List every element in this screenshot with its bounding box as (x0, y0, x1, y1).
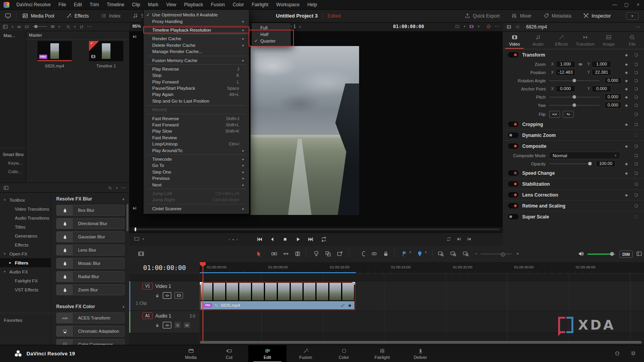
flip-horizontal-button[interactable]: ▸|◂ (549, 111, 560, 118)
timeline-video-clip[interactable]: PRX 6826.mp4 ◆ (200, 282, 355, 310)
menu-item[interactable]: ✓ Jump Left Ctrl+Alt+Left ▸ (144, 190, 249, 197)
keyframe-diamond-icon[interactable]: ◆ (621, 122, 632, 126)
more-options-icon[interactable]: ⋯ (635, 24, 640, 30)
link-xy-icon[interactable] (575, 62, 585, 67)
keyframe-diamond-icon[interactable]: ◆ (621, 144, 632, 148)
inspector-section[interactable]: Stabilization ◆ (503, 178, 644, 189)
mute-button[interactable]: M (184, 322, 190, 328)
opacity-field[interactable]: 100.00 (596, 160, 616, 167)
reset-icon[interactable] (632, 153, 641, 158)
keyframe-diamond-icon[interactable]: ◆ (621, 103, 632, 107)
menubar-item[interactable]: Trim (86, 2, 103, 7)
trim-edit-tool[interactable] (271, 250, 278, 257)
reset-icon[interactable] (632, 122, 641, 127)
reset-icon[interactable] (632, 86, 641, 92)
menu-item[interactable]: ✓ Timecode ▸ (144, 156, 249, 162)
menubar-item[interactable]: View (162, 2, 180, 7)
link-bins-icon[interactable] (17, 24, 21, 29)
smart-bin-item[interactable]: Colle... (0, 165, 26, 174)
marker-button[interactable] (416, 250, 423, 257)
panel-toggle-button[interactable]: Index (95, 9, 126, 22)
clip-label-bar[interactable]: PRX 6826.mp4 ◆ (201, 301, 354, 309)
step-back-button[interactable] (269, 236, 275, 242)
reset-icon[interactable] (632, 203, 641, 209)
menubar-item[interactable]: Fusion (207, 2, 229, 7)
sort-icon[interactable] (79, 24, 84, 29)
video-track-name[interactable]: Video 1 (155, 284, 171, 289)
audio-track-name[interactable]: Audio 1 (155, 313, 171, 319)
menu-item[interactable]: ✓ Timeline Playback Resolution ▸ (144, 27, 249, 33)
reset-icon[interactable] (632, 144, 641, 149)
more-options-icon[interactable]: ⋯ (87, 24, 92, 29)
chevron-down-icon[interactable]: ∨ (425, 250, 427, 254)
bin-list-icon[interactable] (2, 23, 8, 29)
pitch-field[interactable]: 0.000 (605, 94, 621, 100)
effects-tree-item[interactable]: Video Transitions (0, 204, 51, 213)
fx-item[interactable]: Directional Blur (56, 218, 125, 229)
dual-monitor-icon[interactable] (0, 12, 16, 19)
media-clip-tile[interactable]: Timeline 1 (89, 41, 123, 68)
timeline-horizontal-scrollbar[interactable] (200, 341, 642, 344)
list-view-icon[interactable] (515, 24, 520, 30)
section-toggle[interactable] (508, 144, 518, 149)
previous-edit-icon[interactable] (467, 236, 471, 241)
transform-section-header[interactable]: Transform ◆ (503, 49, 644, 60)
zoom-out-icon[interactable]: − (475, 251, 477, 256)
section-toggle[interactable] (508, 192, 518, 197)
thumbnail-size-slider[interactable] (32, 26, 47, 27)
section-toggle[interactable] (508, 203, 518, 208)
keyframe-diamond-icon[interactable]: ◆ (621, 53, 632, 57)
menu-item[interactable]: ✓ Jump Right Ctrl+Alt+Right ▸ (144, 197, 249, 203)
inspector-section[interactable]: Super Scale ◆ (503, 211, 644, 222)
video-track-header[interactable]: V1 Video 1 <> 1 Clip (129, 281, 200, 311)
window-control[interactable]: × (632, 2, 644, 7)
effects-tree-item[interactable]: Filters (0, 258, 51, 267)
menu-item[interactable]: ✓ Loop/Unloop Ctrl+/ ▸ (144, 141, 249, 147)
panel-toggle-button[interactable]: Effects (60, 9, 94, 22)
menu-item[interactable]: ✓ ▸ (147, 114, 246, 114)
effects-tree-item[interactable]: Generators (0, 231, 51, 240)
menu-item[interactable]: ✓ Stop and Go to Last Position ▸ (144, 98, 249, 104)
menubar-item[interactable]: File (55, 2, 70, 7)
settings-gear-icon[interactable] (630, 350, 636, 356)
loop-playback-button[interactable] (321, 236, 327, 242)
page-tab[interactable]: Edit (248, 345, 286, 362)
menubar-item[interactable]: Workspace (272, 2, 304, 7)
yaw-field[interactable]: 0.000 (605, 102, 621, 108)
fx-item[interactable]: Lens Blur (56, 245, 125, 256)
reset-icon[interactable] (632, 52, 641, 58)
mixer-panel-icon[interactable] (636, 250, 642, 257)
page-tab[interactable]: Media (172, 345, 210, 362)
inspector-tab[interactable]: Transition (573, 32, 597, 49)
effects-tree-item[interactable]: Open FX (0, 249, 51, 258)
full-extent-zoom-button[interactable] (438, 250, 444, 257)
keyframe-diamond-icon[interactable]: ◆ (621, 162, 632, 166)
collapse-icon[interactable]: ∧ (122, 197, 125, 201)
bin-path[interactable]: Master (26, 31, 129, 40)
panel-toggle-button[interactable]: Inspector (577, 9, 617, 22)
track-lock-icon[interactable] (155, 293, 160, 298)
reset-icon[interactable] (632, 181, 641, 187)
fx-item[interactable]: Gaussian Blur (56, 231, 125, 242)
menu-item[interactable]: ✓ Next ▸ (144, 181, 249, 188)
selection-tool[interactable] (256, 250, 262, 257)
comment-icon[interactable] (25, 24, 29, 29)
section-toggle[interactable] (508, 214, 518, 219)
menu-item[interactable]: ✓ ▸ (147, 154, 246, 155)
fx-section-header[interactable]: Resolve FX Blur ∧ (51, 192, 129, 205)
section-toggle[interactable] (508, 170, 518, 176)
flip-vertical-button[interactable]: ▾▴ (563, 111, 574, 118)
grid-view-icon[interactable] (50, 24, 55, 29)
track-lock-icon[interactable] (155, 323, 160, 328)
menu-item[interactable]: ✓ ▸ (147, 204, 246, 204)
opacity-slider[interactable] (549, 163, 591, 164)
menu-item[interactable]: ✓ Fusion Memory Cache ▸ (144, 57, 249, 63)
position-y-field[interactable]: 22.381 (592, 69, 611, 76)
menu-item[interactable]: ✓ Play Slow Shift+K ▸ (144, 128, 249, 134)
menu-item[interactable]: ✓ Previous ▸ (144, 175, 249, 181)
play-button[interactable] (295, 236, 301, 242)
match-frame-icon[interactable] (132, 34, 137, 39)
menu-item[interactable]: ✓ Cintel Scanner ▸ (144, 206, 249, 212)
more-options-icon[interactable]: ⋯ (121, 185, 126, 190)
favorites-item[interactable]: Favorites (0, 313, 55, 323)
